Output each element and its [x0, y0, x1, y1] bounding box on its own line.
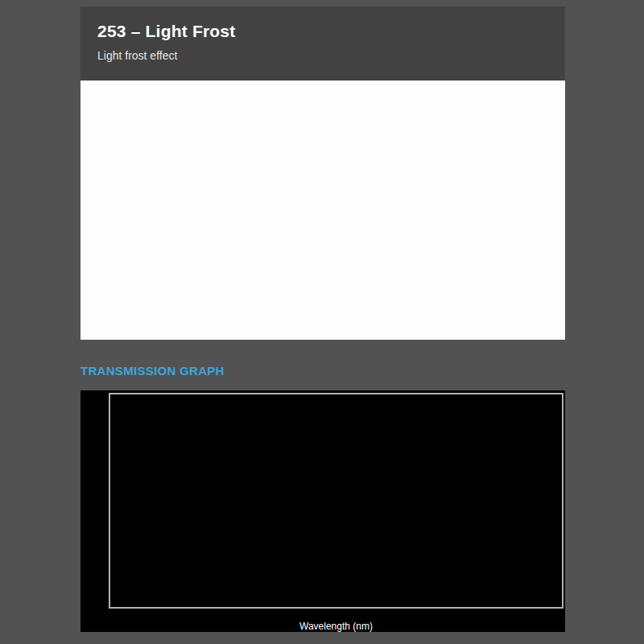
transmission-graph-heading: TRANSMISSION GRAPH	[80, 364, 225, 378]
filter-swatch-preview	[80, 80, 565, 340]
transmission-graph-panel: Wavelength (nm)	[80, 390, 565, 632]
header-card: 253 – Light Frost Light frost effect	[80, 6, 565, 80]
page-subtitle: Light frost effect	[97, 49, 565, 62]
x-axis-title: Wavelength (nm)	[110, 621, 562, 632]
plot-area	[109, 393, 564, 609]
page-title: 253 – Light Frost	[97, 22, 565, 41]
spectrum-transmission-chart	[110, 394, 562, 607]
